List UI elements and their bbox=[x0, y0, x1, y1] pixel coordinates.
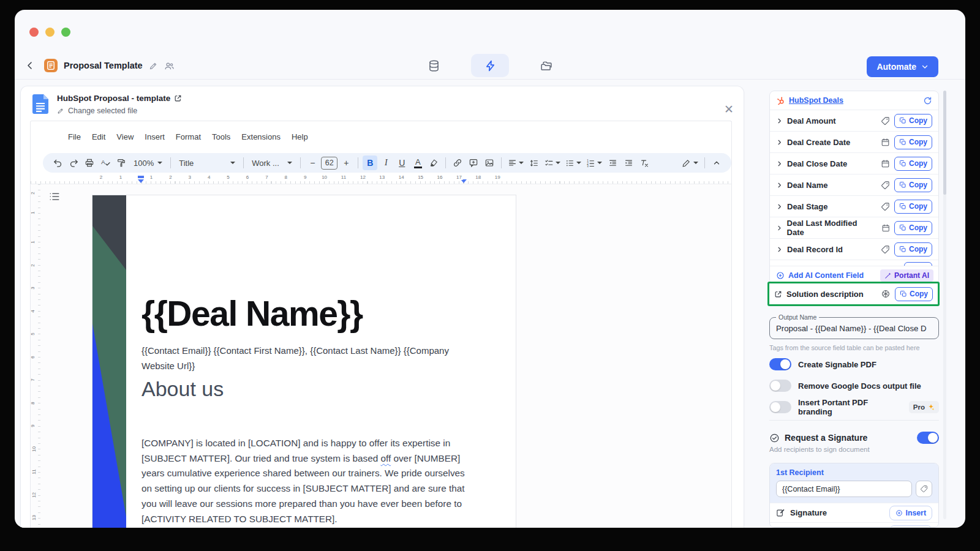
checklist-button[interactable] bbox=[543, 156, 562, 170]
align-button[interactable] bbox=[506, 156, 526, 170]
decrease-font-size-button[interactable]: − bbox=[305, 156, 320, 170]
back-button[interactable] bbox=[22, 58, 38, 73]
increase-indent-button[interactable] bbox=[621, 156, 636, 170]
tab-automation[interactable] bbox=[471, 54, 509, 77]
font-select[interactable]: Work ... bbox=[248, 156, 296, 170]
close-window-button[interactable] bbox=[29, 28, 39, 37]
chevron-right-icon[interactable] bbox=[776, 160, 783, 167]
source-title-link[interactable]: HubSpot Deals bbox=[789, 96, 843, 105]
menu-view[interactable]: View bbox=[111, 132, 139, 141]
ruler-number: 8 bbox=[31, 402, 36, 404]
external-link-icon[interactable] bbox=[774, 290, 782, 298]
recipient-tag-button[interactable] bbox=[916, 481, 932, 497]
menu-file[interactable]: File bbox=[62, 132, 86, 141]
insert-portant-branding-toggle[interactable] bbox=[769, 401, 791, 413]
ruler-number: 13 bbox=[378, 174, 386, 180]
add-comment-button[interactable] bbox=[466, 156, 481, 170]
italic-button[interactable]: I bbox=[379, 156, 393, 170]
clear-formatting-button[interactable] bbox=[637, 156, 652, 170]
field-row-deal-close-date[interactable]: Deal Close Date Copy bbox=[770, 152, 938, 174]
undo-button[interactable] bbox=[50, 156, 65, 170]
left-indent-marker[interactable] bbox=[138, 179, 144, 183]
vertical-ruler[interactable]: 211234567891011121314 bbox=[31, 184, 40, 528]
field-row-deal-record-id[interactable]: Deal Record Id Copy bbox=[770, 238, 938, 260]
decrease-indent-button[interactable] bbox=[605, 156, 620, 170]
tag-icon bbox=[881, 116, 890, 126]
field-row-deal-create-date[interactable]: Deal Create Date Copy bbox=[770, 131, 938, 152]
numbered-list-button[interactable]: 123 bbox=[584, 156, 604, 170]
close-icon[interactable]: ✕ bbox=[724, 103, 734, 115]
copy-button[interactable]: Copy bbox=[894, 242, 932, 257]
menu-help[interactable]: Help bbox=[286, 132, 314, 141]
recipient-email-input[interactable] bbox=[776, 481, 912, 497]
copy-button[interactable]: Copy bbox=[894, 157, 932, 171]
chevron-right-icon[interactable] bbox=[776, 139, 783, 146]
zoom-select[interactable]: 100% bbox=[130, 156, 166, 170]
spellcheck-button[interactable]: A bbox=[98, 156, 113, 170]
minimize-window-button[interactable] bbox=[45, 28, 55, 37]
field-row-deal-last-modified-date[interactable]: Deal Last Modified Date Copy bbox=[770, 217, 938, 238]
add-ai-content-field-button[interactable]: Add AI Content Field bbox=[788, 271, 864, 280]
hide-menus-button[interactable] bbox=[709, 156, 724, 170]
menu-format[interactable]: Format bbox=[170, 132, 206, 141]
copy-icon bbox=[899, 224, 907, 231]
insert-image-button[interactable] bbox=[482, 156, 497, 170]
highlight-color-button[interactable] bbox=[426, 156, 441, 170]
field-row-deal-amount[interactable]: Deal Amount Copy bbox=[770, 110, 938, 131]
share-team-icon[interactable] bbox=[164, 61, 175, 70]
chevron-right-icon[interactable] bbox=[776, 118, 783, 124]
chevron-right-icon[interactable] bbox=[776, 225, 783, 231]
menu-insert[interactable]: Insert bbox=[139, 132, 170, 141]
underline-button[interactable]: U bbox=[394, 156, 409, 170]
bold-button[interactable]: B bbox=[363, 156, 377, 170]
paint-format-button[interactable] bbox=[114, 156, 129, 170]
copy-button[interactable]: Copy bbox=[894, 221, 932, 235]
google-docs-icon bbox=[32, 94, 48, 114]
copy-button-partial[interactable]: Copy bbox=[904, 262, 932, 266]
output-name-input[interactable] bbox=[770, 318, 938, 339]
edit-title-icon[interactable] bbox=[149, 61, 158, 70]
chevron-right-icon[interactable] bbox=[776, 182, 783, 189]
text-color-button[interactable]: A bbox=[410, 156, 425, 170]
change-selected-file-link[interactable]: Change selected file bbox=[57, 107, 137, 115]
document-canvas[interactable]: 211234567891011121314 {{Deal Name}} {{Co… bbox=[31, 184, 731, 528]
increase-font-size-button[interactable]: + bbox=[339, 156, 353, 170]
line-spacing-button[interactable] bbox=[527, 156, 541, 170]
copy-button-solution[interactable]: Copy bbox=[895, 287, 933, 301]
copy-button[interactable]: Copy bbox=[894, 178, 932, 192]
tab-data-source[interactable] bbox=[415, 54, 453, 77]
remove-google-docs-output-toggle[interactable] bbox=[769, 380, 791, 392]
chevron-right-icon[interactable] bbox=[776, 203, 783, 210]
print-button[interactable] bbox=[82, 156, 97, 170]
redo-button[interactable] bbox=[66, 156, 81, 170]
font-size-input[interactable]: 62 bbox=[321, 157, 337, 170]
menu-extensions[interactable]: Extensions bbox=[236, 132, 286, 141]
paragraph-style-select[interactable]: Title bbox=[175, 156, 239, 170]
menu-tools[interactable]: Tools bbox=[206, 132, 236, 141]
portant-ai-badge[interactable]: Portant AI bbox=[880, 269, 933, 282]
horizontal-ruler[interactable]: 2112345678910111213141516171819 bbox=[31, 174, 731, 184]
tab-outputs[interactable] bbox=[527, 54, 565, 77]
field-row-deal-name[interactable]: Deal Name Copy bbox=[770, 174, 938, 195]
first-line-indent-marker[interactable] bbox=[138, 176, 144, 178]
field-row-deal-stage[interactable]: Deal Stage Copy bbox=[770, 195, 938, 217]
refresh-icon[interactable] bbox=[923, 96, 932, 105]
request-signature-toggle[interactable] bbox=[917, 432, 939, 444]
document-outline-icon[interactable] bbox=[49, 192, 60, 204]
copy-button[interactable]: Copy bbox=[894, 135, 932, 149]
sidebar-scrollbar-thumb[interactable] bbox=[943, 91, 946, 195]
copy-button[interactable]: Copy bbox=[894, 200, 932, 214]
automate-button[interactable]: Automate bbox=[867, 56, 938, 77]
copy-button[interactable]: Copy bbox=[894, 114, 932, 128]
menu-edit[interactable]: Edit bbox=[86, 132, 111, 141]
editing-mode-button[interactable] bbox=[680, 156, 700, 170]
external-link-icon[interactable] bbox=[174, 94, 182, 102]
insert-date-button[interactable]: Insert bbox=[889, 525, 933, 528]
bulleted-list-button[interactable] bbox=[564, 156, 583, 170]
insert-signature-button[interactable]: Insert bbox=[889, 506, 933, 520]
create-signable-pdf-toggle[interactable] bbox=[769, 358, 791, 370]
zoom-window-button[interactable] bbox=[61, 28, 70, 37]
chevron-right-icon[interactable] bbox=[776, 246, 783, 253]
insert-link-button[interactable] bbox=[450, 156, 465, 170]
document-page[interactable]: {{Deal Name}} {{Contact Email}} {{Contac… bbox=[92, 195, 516, 528]
